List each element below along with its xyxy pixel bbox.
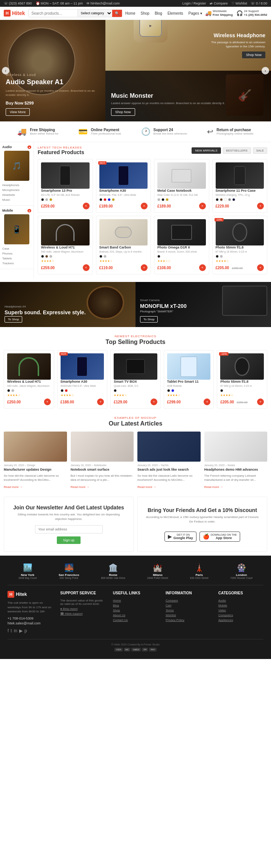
- color-swatch[interactable]: [41, 198, 44, 201]
- sidebar-headsets[interactable]: Headsets: [2, 192, 31, 197]
- color-swatch[interactable]: [220, 255, 223, 258]
- shop-now-music-button[interactable]: Shop Now: [111, 108, 135, 116]
- color-swatch[interactable]: [171, 389, 174, 392]
- footer-about-link[interactable]: About Us: [113, 613, 158, 618]
- add-to-cart-button[interactable]: +: [199, 264, 206, 271]
- footer-compare-link[interactable]: Compare: [166, 598, 211, 603]
- nav-elements[interactable]: Elements: [167, 11, 183, 15]
- newsletter-email-input[interactable]: [35, 525, 103, 533]
- camera-shop-button[interactable]: To Shop: [140, 316, 158, 323]
- read-more-link[interactable]: Read more →: [71, 485, 90, 489]
- color-swatch[interactable]: [224, 198, 227, 201]
- sidebar-microphones[interactable]: Microphones: [2, 188, 31, 192]
- youtube-icon[interactable]: ▶: [19, 628, 23, 633]
- category-select[interactable]: Select category: [78, 9, 112, 17]
- footer-video-link[interactable]: Video: [218, 608, 263, 613]
- footer-cart-link[interactable]: Cart: [166, 603, 211, 608]
- add-to-cart-button[interactable]: +: [257, 203, 264, 209]
- google-play-button[interactable]: ▶ GET IT ON Google Play: [164, 532, 196, 542]
- sidebar-phones[interactable]: Phones: [2, 251, 31, 256]
- add-to-cart-button[interactable]: +: [204, 398, 210, 405]
- nav-blog[interactable]: Blog: [155, 11, 162, 15]
- sidebar-headphones[interactable]: Headphones: [2, 183, 31, 188]
- color-swatch[interactable]: [41, 255, 44, 258]
- color-swatch[interactable]: [61, 389, 64, 392]
- color-swatch[interactable]: [157, 198, 160, 201]
- pinterest-icon[interactable]: p: [24, 628, 27, 633]
- add-to-cart-button[interactable]: +: [97, 398, 104, 405]
- support-action[interactable]: 🎧 24 Support+1 (20) 534-0052: [236, 9, 267, 17]
- color-swatch[interactable]: [166, 198, 169, 201]
- color-swatch[interactable]: [216, 198, 219, 201]
- footer-privacy-link[interactable]: Privacy Policy: [166, 618, 211, 623]
- shop-now-headphone-button[interactable]: Shop Now: [242, 52, 265, 58]
- footer-appliances-link[interactable]: Appliances: [218, 618, 263, 623]
- footer-home-link[interactable]: Home: [113, 598, 158, 603]
- tab-sale[interactable]: SALE: [253, 147, 267, 154]
- color-swatch[interactable]: [228, 198, 231, 201]
- color-swatch[interactable]: [49, 255, 52, 258]
- footer-terms-link[interactable]: Terms: [166, 608, 211, 613]
- footer-blog-link[interactable]: Blog: [113, 603, 158, 608]
- color-swatch[interactable]: [65, 389, 68, 392]
- color-swatch[interactable]: [99, 255, 102, 258]
- color-swatch[interactable]: [108, 198, 111, 201]
- color-swatch[interactable]: [7, 389, 10, 392]
- color-swatch[interactable]: [104, 255, 107, 258]
- search-bar[interactable]: Select category 🔍: [28, 9, 122, 17]
- instagram-icon[interactable]: in: [14, 628, 17, 633]
- free-shipping-action[interactable]: 🚚 WorldwideFree Shipping: [205, 9, 233, 17]
- footer-shop-link[interactable]: Shop: [113, 608, 158, 613]
- headphones-shop-button[interactable]: To Shop: [5, 316, 22, 323]
- view-more-button[interactable]: View More: [6, 108, 30, 116]
- color-swatch[interactable]: [220, 198, 223, 201]
- footer-blog-link[interactable]: ● Blog report: [60, 606, 105, 611]
- add-to-cart-button[interactable]: +: [257, 264, 264, 271]
- add-to-cart-button[interactable]: +: [141, 264, 148, 271]
- footer-computers-link[interactable]: Computers: [218, 613, 263, 618]
- color-swatch[interactable]: [161, 198, 164, 201]
- footer-contact-link[interactable]: Contact Us: [113, 618, 158, 623]
- color-swatch[interactable]: [49, 198, 52, 201]
- compare-link[interactable]: ⇄ Compare: [210, 2, 228, 5]
- search-button[interactable]: 🔍: [112, 10, 122, 17]
- nav-home[interactable]: Home: [125, 11, 136, 15]
- color-swatch[interactable]: [104, 198, 107, 201]
- next-button[interactable]: ›: [262, 67, 269, 74]
- add-to-cart-button[interactable]: +: [83, 264, 90, 271]
- read-more-link[interactable]: Read more →: [204, 485, 223, 489]
- twitter-icon[interactable]: t: [11, 628, 12, 633]
- add-to-cart-button[interactable]: +: [141, 203, 148, 209]
- newsletter-signup-button[interactable]: Sign up: [57, 536, 81, 544]
- tab-new-arrivals[interactable]: NEW ARRIVALS: [192, 147, 221, 154]
- login-link[interactable]: Login / Register: [182, 2, 206, 5]
- read-more-link[interactable]: Read more →: [137, 485, 156, 489]
- sidebar-audio[interactable]: Audio ● 🎵 Headphones Microphones Headset…: [0, 142, 33, 206]
- sidebar-mobile[interactable]: Mobile ● 📱 Case Phones Tablets Trackers: [0, 206, 33, 269]
- color-swatch[interactable]: [114, 389, 117, 392]
- wishlist-link[interactable]: ♡ Wishlist: [231, 2, 247, 5]
- add-to-cart-button[interactable]: +: [83, 203, 90, 209]
- color-swatch[interactable]: [167, 389, 170, 392]
- sidebar-trackers[interactable]: Trackers: [2, 261, 31, 266]
- color-swatch[interactable]: [216, 255, 219, 258]
- nav-shop[interactable]: Shop: [141, 11, 149, 15]
- support-phone-link[interactable]: ☏ 0 / 8:00: [251, 2, 267, 5]
- footer-audio-link[interactable]: Audio: [218, 598, 263, 603]
- facebook-icon[interactable]: f: [8, 628, 9, 633]
- nav-pages[interactable]: Pages ▾: [189, 11, 202, 15]
- add-to-cart-button[interactable]: +: [257, 398, 264, 405]
- color-swatch[interactable]: [232, 198, 235, 201]
- sidebar-tablets[interactable]: Tablets: [2, 256, 31, 261]
- footer-wishlist-link[interactable]: Wishlist: [166, 613, 211, 618]
- color-swatch[interactable]: [45, 198, 48, 201]
- color-swatch[interactable]: [11, 389, 14, 392]
- color-swatch[interactable]: [45, 255, 48, 258]
- footer-mobile-link[interactable]: Mobile: [218, 603, 263, 608]
- app-store-button[interactable]: 🍎 DOWNLOAD ON THE App Store: [199, 532, 241, 542]
- add-to-cart-button[interactable]: +: [151, 398, 157, 405]
- tab-bestsellers[interactable]: BESTSELLERS: [223, 147, 251, 154]
- search-input[interactable]: [29, 10, 78, 17]
- sidebar-music[interactable]: Music: [2, 197, 31, 202]
- add-to-cart-button[interactable]: +: [44, 398, 51, 405]
